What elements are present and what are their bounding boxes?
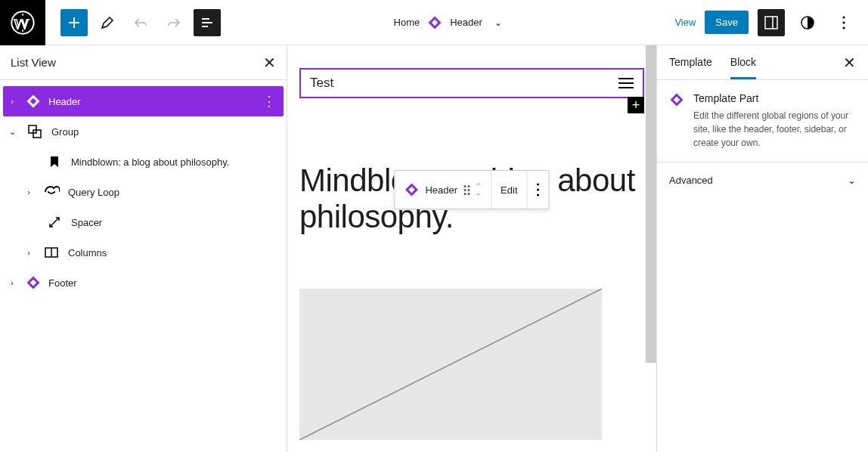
- drag-handle-icon[interactable]: [463, 185, 470, 195]
- block-options[interactable]: [528, 171, 549, 209]
- undo-button[interactable]: [127, 9, 154, 36]
- template-part-icon: [26, 275, 41, 290]
- tab-template[interactable]: Template: [669, 56, 712, 70]
- settings-toggle[interactable]: [758, 9, 785, 36]
- chevron-down-icon[interactable]: ⌄: [494, 17, 502, 28]
- tree-item-columns[interactable]: › Columns: [0, 237, 287, 268]
- tree-item-header[interactable]: › Header ⋮: [3, 86, 284, 116]
- item-options-icon[interactable]: ⋮: [262, 93, 281, 110]
- block-info-title: Template Part: [693, 92, 856, 104]
- tree-item-group[interactable]: ⌄ Group: [0, 116, 287, 147]
- move-updown[interactable]: ⌃⌄: [476, 183, 482, 197]
- svg-point-20: [537, 188, 539, 190]
- list-view-title: List View: [11, 56, 56, 69]
- columns-icon: [42, 243, 60, 262]
- template-part-icon: [26, 94, 41, 109]
- wordpress-logo[interactable]: [0, 0, 45, 45]
- tree-item-query-loop[interactable]: › Query Loop: [0, 177, 287, 207]
- view-button[interactable]: View: [674, 17, 696, 28]
- chevron-down-icon[interactable]: ⌄: [6, 127, 18, 137]
- list-view-toggle[interactable]: [194, 9, 221, 36]
- svg-point-6: [842, 16, 845, 18]
- breadcrumb-current[interactable]: Header: [450, 17, 482, 28]
- tab-block[interactable]: Block: [730, 56, 756, 79]
- image-placeholder[interactable]: [299, 289, 602, 440]
- chevron-right-icon[interactable]: ›: [23, 248, 35, 257]
- template-part-icon: [404, 182, 419, 197]
- svg-point-8: [842, 26, 845, 29]
- site-title[interactable]: Test: [310, 76, 333, 91]
- edit-tool-button[interactable]: [94, 9, 121, 36]
- close-list-view[interactable]: ✕: [263, 54, 276, 72]
- group-icon: [26, 122, 44, 141]
- styles-button[interactable]: [794, 9, 821, 36]
- chevron-down-icon: ⌄: [848, 175, 856, 186]
- tree-item-heading[interactable]: Mindblown: a blog about philosophy.: [0, 147, 287, 177]
- breadcrumb-home[interactable]: Home: [394, 17, 420, 28]
- scrollbar[interactable]: [646, 45, 656, 363]
- bookmark-icon: [45, 153, 64, 171]
- svg-rect-11: [29, 125, 36, 133]
- svg-point-7: [842, 21, 845, 23]
- add-block-inline[interactable]: +: [628, 97, 644, 113]
- template-part-icon: [669, 92, 684, 107]
- chevron-right-icon[interactable]: ›: [23, 187, 35, 197]
- editor-canvas[interactable]: Test + Header ⌃⌄ Edit Mindblown: a blog …: [287, 45, 656, 452]
- list-view-panel: List View ✕ › Header ⋮ ⌄ Group Mindblown…: [0, 45, 287, 452]
- template-part-icon: [427, 15, 442, 30]
- advanced-panel-toggle[interactable]: Advanced ⌄: [657, 163, 868, 198]
- tree-item-footer[interactable]: › Footer: [0, 268, 287, 298]
- block-info-desc: Edit the different global regions of you…: [693, 109, 856, 150]
- menu-icon[interactable]: [618, 78, 634, 88]
- redo-button[interactable]: [160, 9, 188, 36]
- loop-icon: [42, 183, 60, 201]
- chevron-right-icon[interactable]: ›: [6, 278, 18, 287]
- settings-panel: Template Block ✕ Template Part Edit the …: [656, 45, 868, 452]
- chevron-right-icon[interactable]: ›: [6, 97, 18, 106]
- save-button[interactable]: Save: [705, 11, 749, 34]
- svg-rect-3: [765, 17, 777, 29]
- block-toolbar: Header ⌃⌄ Edit: [394, 170, 549, 209]
- toolbar-block-label: Header: [425, 184, 457, 196]
- tree-item-spacer[interactable]: Spacer: [0, 207, 287, 237]
- add-block-button[interactable]: [60, 9, 88, 36]
- header-block[interactable]: Test +: [299, 68, 644, 98]
- svg-point-19: [537, 183, 539, 185]
- spacer-icon: [45, 213, 64, 231]
- options-menu[interactable]: [830, 9, 857, 36]
- edit-button[interactable]: Edit: [491, 171, 527, 209]
- svg-rect-12: [33, 130, 41, 138]
- close-settings[interactable]: ✕: [843, 54, 856, 72]
- svg-point-21: [537, 193, 539, 196]
